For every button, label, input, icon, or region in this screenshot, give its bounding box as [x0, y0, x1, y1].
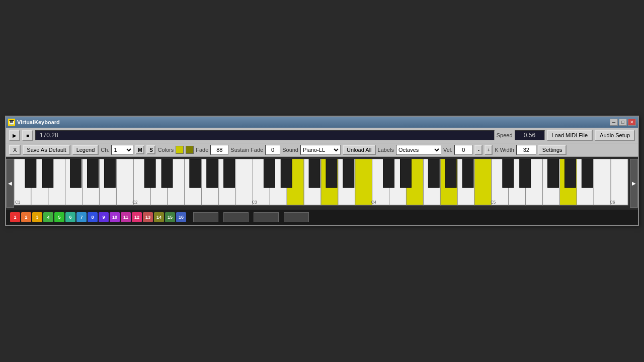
- unload-all-button[interactable]: Unload All: [343, 145, 376, 155]
- svg-rect-57: [520, 159, 531, 188]
- channel-btn-3[interactable]: 3: [32, 212, 42, 222]
- svg-rect-56: [503, 159, 514, 188]
- svg-rect-46: [264, 159, 275, 188]
- minimize-button[interactable]: ─: [610, 119, 618, 126]
- color-swatch-1[interactable]: [176, 146, 184, 154]
- svg-rect-48: [309, 159, 320, 188]
- save-default-button[interactable]: Save As Default: [23, 145, 70, 155]
- svg-text:C2: C2: [132, 200, 138, 205]
- stop-button[interactable]: ■: [22, 130, 33, 141]
- svg-text:C5: C5: [491, 200, 496, 205]
- channel-btn-6[interactable]: 6: [65, 212, 75, 222]
- channel-btn-15[interactable]: 15: [165, 212, 175, 222]
- svg-rect-39: [88, 159, 99, 188]
- title-bar-left: 🎹 VirtualKeyboard: [8, 119, 60, 126]
- s-button[interactable]: S: [146, 145, 155, 154]
- svg-rect-38: [70, 159, 82, 188]
- svg-rect-58: [548, 159, 559, 188]
- svg-rect-55: [462, 159, 473, 188]
- svg-rect-13: [236, 159, 253, 205]
- svg-text:C4: C4: [371, 200, 377, 205]
- svg-text:C6: C6: [610, 200, 615, 205]
- controls-bar: X Save As Default Legend Ch. 1234 5678 9…: [6, 143, 638, 157]
- fade-label: Fade: [196, 147, 208, 153]
- channel-btn-12[interactable]: 12: [132, 212, 142, 222]
- channel-btn-11[interactable]: 11: [121, 212, 131, 222]
- ch-select[interactable]: 1234 5678 9101112 13141516: [111, 145, 133, 155]
- channel-btn-16[interactable]: 16: [176, 212, 186, 222]
- load-midi-button[interactable]: Load MIDI File: [547, 130, 593, 141]
- midi-indicator-1: [193, 212, 218, 222]
- svg-rect-36: [25, 159, 36, 188]
- fade-input[interactable]: 88: [210, 145, 228, 155]
- octaves-select[interactable]: OctavesNote NamesMIDI NumbersNone: [396, 145, 441, 155]
- speed-label: Speed: [497, 132, 513, 138]
- channel-btn-10[interactable]: 10: [110, 212, 120, 222]
- piano-keyboard[interactable]: .wk { fill: #f0f0f0; stroke: #888; strok…: [14, 159, 630, 208]
- svg-rect-35: [611, 159, 628, 205]
- m-button[interactable]: M: [135, 145, 144, 154]
- labels-label: Labels: [378, 147, 394, 153]
- svg-rect-52: [400, 159, 411, 188]
- ch-label: Ch.: [101, 147, 109, 153]
- svg-rect-54: [445, 159, 456, 188]
- vel-plus-button[interactable]: +: [485, 145, 493, 155]
- channel-row: 1 2 3 4 5 6 7 8 9 10 11 12 13 14 15 16: [6, 210, 638, 225]
- audio-setup-button[interactable]: Audio Setup: [595, 130, 635, 141]
- channel-btn-8[interactable]: 8: [88, 212, 98, 222]
- kwidth-label: K Width: [495, 147, 514, 153]
- channel-btn-7[interactable]: 7: [76, 212, 87, 222]
- sound-label: Sound: [282, 147, 298, 153]
- title-bar-buttons: ─ □ ✕: [610, 119, 636, 126]
- keyboard-right-arrow[interactable]: ▶: [630, 159, 638, 208]
- midi-indicator-2: [223, 212, 249, 222]
- kwidth-input[interactable]: 32: [516, 145, 536, 155]
- svg-rect-43: [190, 159, 201, 188]
- sound-select[interactable]: Piano-LLPiano-HQOrganGuitar: [300, 145, 341, 155]
- channel-btn-13[interactable]: 13: [143, 212, 153, 222]
- play-button[interactable]: ▶: [9, 130, 20, 141]
- keys-wrapper: .wk { fill: #f0f0f0; stroke: #888; strok…: [14, 159, 630, 208]
- svg-rect-47: [281, 159, 292, 188]
- svg-rect-50: [343, 159, 354, 188]
- vel-input[interactable]: 0: [454, 145, 472, 155]
- speed-value: 0.56: [515, 130, 545, 140]
- svg-rect-53: [428, 159, 439, 188]
- channel-btn-9[interactable]: 9: [99, 212, 109, 222]
- maximize-button[interactable]: □: [619, 119, 627, 126]
- svg-rect-59: [565, 159, 576, 188]
- svg-rect-41: [144, 159, 155, 188]
- channel-btn-5[interactable]: 5: [54, 212, 64, 222]
- svg-rect-6: [116, 159, 133, 205]
- svg-rect-37: [42, 159, 53, 188]
- app-icon: 🎹: [8, 119, 15, 126]
- app-window: 🎹 VirtualKeyboard ─ □ ✕ ▶ ■ 170.28 Speed…: [5, 116, 639, 226]
- svg-rect-51: [383, 159, 394, 188]
- svg-rect-34: [594, 159, 611, 205]
- svg-rect-20: [355, 159, 372, 205]
- svg-rect-45: [224, 159, 235, 188]
- vel-minus-button[interactable]: -: [474, 145, 482, 155]
- channel-btn-14[interactable]: 14: [154, 212, 164, 222]
- sustain-fade-input[interactable]: 0: [265, 145, 280, 155]
- keyboard-container: ◀ .wk { fill: #f0f0f0; stroke: #888; str…: [6, 157, 638, 210]
- close-button[interactable]: ✕: [628, 119, 636, 126]
- keyboard-left-arrow[interactable]: ◀: [6, 159, 14, 208]
- sustain-fade-label: Sustain Fade: [230, 147, 263, 153]
- title-bar: 🎹 VirtualKeyboard ─ □ ✕: [6, 117, 638, 128]
- position-display: 170.28: [40, 132, 58, 139]
- channel-btn-2[interactable]: 2: [21, 212, 31, 222]
- window-title: VirtualKeyboard: [17, 119, 60, 125]
- legend-button[interactable]: Legend: [72, 145, 99, 155]
- svg-text:C1: C1: [15, 200, 21, 205]
- channel-btn-1[interactable]: 1: [10, 212, 20, 222]
- vel-label: Vel.: [443, 147, 452, 153]
- svg-rect-27: [474, 159, 492, 205]
- progress-bar: 170.28: [35, 130, 495, 140]
- color-swatch-2[interactable]: [186, 146, 194, 154]
- x-button[interactable]: X: [9, 145, 21, 155]
- channel-btn-4[interactable]: 4: [43, 212, 53, 222]
- settings-button[interactable]: Settings: [538, 145, 567, 155]
- midi-indicator-3: [254, 212, 279, 222]
- svg-rect-44: [207, 159, 218, 188]
